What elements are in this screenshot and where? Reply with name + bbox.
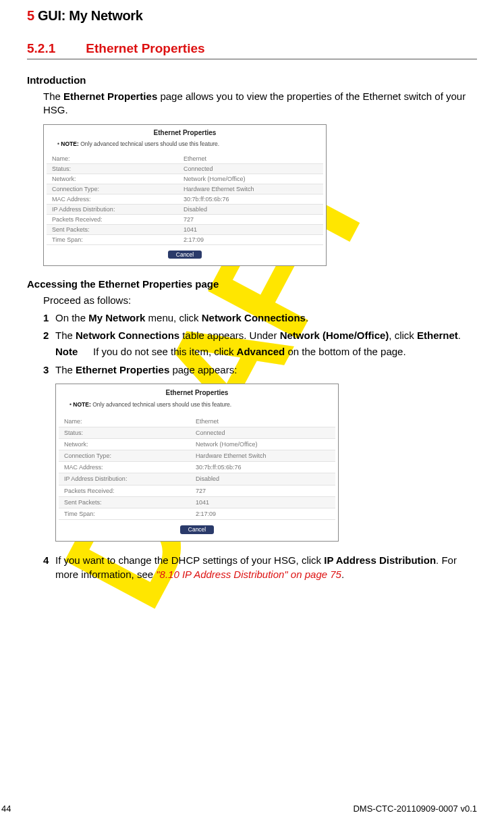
table-cell-value: Hardware Ethernet Switch: [190, 450, 335, 462]
section-heading: 5.2.1 Ethernet Properties: [27, 41, 477, 59]
table-cell-key: IP Address Distribution:: [47, 204, 178, 214]
intro-paragraph: The Ethernet Properties page allows you …: [43, 90, 477, 117]
text-bold: IP Address Distribution: [324, 554, 436, 566]
screenshot-title: Ethernet Properties: [47, 129, 323, 136]
text: .: [341, 569, 344, 580]
table-row: Time Span:2:17:09: [59, 508, 335, 519]
table-row: IP Address Distribution:Disabled: [47, 204, 323, 214]
text: If you want to change the DHCP settings …: [55, 554, 324, 566]
table-cell-key: Connection Type:: [47, 184, 178, 194]
table-cell-value: Hardware Ethernet Switch: [178, 184, 323, 194]
table-cell-key: Status:: [59, 427, 190, 438]
text: table appears. Under: [179, 330, 279, 341]
text: .: [458, 330, 461, 341]
step-4: 4 If you want to change the DHCP setting…: [43, 554, 477, 581]
table-cell-key: Network:: [59, 439, 190, 450]
text-bold: NOTE:: [73, 401, 90, 408]
text: The: [55, 364, 76, 375]
table-row: Packets Received:727: [59, 485, 335, 496]
text-bold: Network Connections: [76, 330, 179, 341]
table-row: Network:Network (Home/Office): [59, 439, 335, 450]
table-cell-key: MAC Address:: [59, 462, 190, 473]
table-cell-key: IP Address Distribution:: [59, 473, 190, 485]
table-cell-value: 1041: [178, 224, 323, 234]
table-cell-value: 30:7b:ff:05:6b:76: [190, 462, 335, 473]
text: If you do not see this item, click: [93, 346, 237, 357]
access-lead: Proceed as follows:: [43, 294, 477, 307]
note-label: Note: [55, 345, 93, 359]
step-number: 4: [43, 554, 49, 567]
table-row: Status:Connected: [47, 163, 323, 174]
cross-reference-link[interactable]: "8.10 IP Address Distribution" on page 7…: [156, 569, 341, 580]
text: The: [43, 90, 63, 102]
table-row: MAC Address:30:7b:ff:05:6b:76: [47, 194, 323, 204]
table-row: Packets Received:727: [47, 214, 323, 224]
cancel-button-image: Cancel: [180, 525, 214, 534]
screenshot-table: Name:EthernetStatus:ConnectedNetwork:Net…: [47, 154, 323, 245]
section-number: 5.2.1: [27, 41, 82, 56]
page-number: 44: [1, 804, 11, 813]
table-cell-value: Disabled: [190, 473, 335, 485]
table-cell-value: Connected: [178, 163, 323, 174]
text: on the bottom of the page.: [285, 346, 405, 357]
cancel-button-image: Cancel: [168, 251, 202, 259]
table-row: Name:Ethernet: [59, 416, 335, 427]
text-bold: NOTE:: [61, 140, 78, 147]
table-cell-value: Ethernet: [178, 154, 323, 164]
table-cell-value: Network (Home/Office): [178, 174, 323, 184]
table-cell-value: 727: [178, 214, 323, 224]
table-row: Time Span:2:17:09: [47, 234, 323, 244]
table-row: Sent Packets:1041: [59, 496, 335, 508]
steps-list: 1 On the My Network menu, click Network …: [43, 311, 477, 581]
chapter-number: 5: [27, 8, 34, 23]
text-bold: Network (Home/Office): [280, 330, 389, 341]
table-cell-key: MAC Address:: [47, 194, 178, 204]
text-bold: Advanced: [237, 346, 285, 357]
step-number: 1: [43, 311, 49, 325]
table-cell-value: 1041: [190, 496, 335, 508]
table-cell-value: 727: [190, 485, 335, 496]
screenshot-table: Name:EthernetStatus:ConnectedNetwork:Net…: [59, 416, 335, 520]
text: On the: [55, 312, 88, 323]
table-row: Connection Type:Hardware Ethernet Switch: [47, 184, 323, 194]
text: The: [55, 330, 76, 341]
table-cell-key: Name:: [59, 416, 190, 427]
screenshot-title: Ethernet Properties: [59, 388, 335, 398]
text: , click: [389, 330, 417, 341]
table-row: IP Address Distribution:Disabled: [59, 473, 335, 485]
table-cell-key: Time Span:: [47, 234, 178, 244]
table-row: MAC Address:30:7b:ff:05:6b:76: [59, 462, 335, 473]
table-cell-value: Ethernet: [190, 416, 335, 427]
screenshot-ethernet-properties-1: Ethernet Properties • NOTE: Only advance…: [43, 124, 327, 266]
table-row: Connection Type:Hardware Ethernet Switch: [59, 450, 335, 462]
section-title: Ethernet Properties: [86, 41, 204, 55]
step-2: 2 The Network Connections table appears.…: [43, 329, 477, 359]
step-note: Note If you do not see this item, click …: [55, 345, 477, 359]
table-cell-key: Sent Packets:: [47, 224, 178, 234]
document-id: DMS-CTC-20110909-0007 v0.1: [353, 804, 477, 813]
text: Only advanced technical users should use…: [79, 140, 219, 147]
intro-heading: Introduction: [27, 74, 477, 86]
table-cell-key: Status:: [47, 163, 178, 174]
table-cell-key: Network:: [47, 174, 178, 184]
table-cell-value: 30:7b:ff:05:6b:76: [178, 194, 323, 204]
step-number: 3: [43, 363, 49, 377]
table-row: Network:Network (Home/Office): [47, 174, 323, 184]
text-bold: Ethernet Properties: [63, 90, 157, 102]
access-heading: Accessing the Ethernet Properties page: [27, 278, 477, 290]
table-cell-value: 2:17:09: [178, 234, 323, 244]
step-number: 2: [43, 329, 49, 342]
text: Only advanced technical users should use…: [91, 401, 231, 408]
chapter-title-text: GUI: My Network: [38, 8, 143, 23]
table-cell-key: Time Span:: [59, 508, 190, 519]
text-bold: Ethernet Properties: [76, 364, 169, 375]
screenshot-ethernet-properties-2: Ethernet Properties • NOTE: Only advance…: [55, 384, 339, 542]
table-cell-key: Connection Type:: [59, 450, 190, 462]
text-bold: Ethernet: [417, 330, 458, 341]
table-row: Status:Connected: [59, 427, 335, 438]
table-cell-key: Name:: [47, 154, 178, 164]
running-header: 5 GUI: My Network: [27, 8, 477, 24]
table-cell-value: Disabled: [178, 204, 323, 214]
screenshot-note: • NOTE: Only advanced technical users sh…: [57, 140, 323, 147]
table-cell-key: Packets Received:: [47, 214, 178, 224]
